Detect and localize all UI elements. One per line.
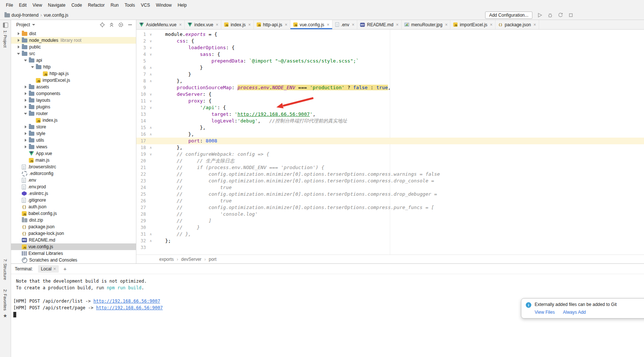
chevron-right-icon[interactable] [23, 124, 28, 130]
fold-marker-icon[interactable]: ∨ [146, 31, 156, 38]
gear-icon[interactable] [118, 22, 124, 28]
tree-item-views[interactable]: views [11, 144, 136, 150]
tree-item-readme-md[interactable]: README.md [11, 237, 136, 243]
menu-item-edit[interactable]: Edit [16, 1, 30, 9]
terminal-tab-local[interactable]: Local × [38, 265, 59, 273]
favorites-stripe-button[interactable]: 2: Favorites [3, 289, 7, 310]
fold-marker-icon[interactable]: ∨ [146, 104, 156, 111]
tree-item-env[interactable]: .env [11, 177, 136, 183]
tree-item-assets[interactable]: assets [11, 84, 136, 90]
tree-item-node-modules[interactable]: node_moduleslibrary root [11, 37, 136, 44]
chevron-right-icon[interactable] [23, 90, 28, 97]
breadcrumb-project[interactable]: duoji-frontend [11, 13, 38, 18]
tree-item-external-libraries[interactable]: External Libraries [11, 250, 136, 257]
menu-item-window[interactable]: Window [153, 1, 175, 9]
tab-index-vue[interactable]: index.vue× [185, 20, 221, 29]
terminal-link[interactable]: http://192.168.66.56:9007 [96, 305, 163, 310]
tree-item-api[interactable]: api [11, 57, 136, 64]
fold-marker-icon[interactable]: ∧ [146, 124, 156, 131]
menu-item-navigate[interactable]: Navigate [45, 1, 68, 9]
tree-item-gitignore[interactable]: .gitignore [11, 197, 136, 203]
tab-http-api-js[interactable]: http-api.js× [254, 20, 290, 29]
tree-item-http[interactable]: http [11, 64, 136, 70]
tab-menurouter-jpg[interactable]: menuRouter.jpg× [402, 20, 451, 29]
tab-index-js[interactable]: index.js× [221, 20, 254, 29]
fold-marker-icon[interactable]: ∨ [146, 91, 156, 98]
close-icon[interactable]: × [396, 22, 399, 27]
close-icon[interactable]: × [490, 22, 493, 27]
chevron-right-icon[interactable] [23, 97, 28, 104]
add-configuration-button[interactable]: Add Configuration... [485, 11, 532, 19]
fold-marker-icon[interactable]: ∧ [146, 131, 156, 138]
tree-item-package-lock-json[interactable]: package-lock.json [11, 230, 136, 237]
tree-item-eslintrc-js[interactable]: .eslintrc.js [11, 190, 136, 197]
menu-item-view[interactable]: View [30, 1, 45, 9]
fold-marker-icon[interactable]: ∨ [146, 44, 156, 51]
stop-icon[interactable] [568, 12, 574, 18]
tree-item-plugins[interactable]: plugins [11, 104, 136, 110]
tab-readme-md[interactable]: README.md× [357, 20, 401, 29]
chevron-down-icon[interactable] [23, 110, 28, 117]
locate-file-icon[interactable] [99, 22, 105, 28]
close-icon[interactable]: × [53, 266, 56, 272]
chevron-right-icon[interactable] [23, 130, 28, 137]
chevron-right-icon[interactable] [23, 84, 28, 90]
tree-item-auth-json[interactable]: auth.json [11, 203, 136, 210]
tree-item-app-vue[interactable]: App.vue [11, 150, 136, 157]
chevron-down-icon[interactable] [16, 50, 21, 57]
code-editor[interactable]: 1∨module.exports = {2∨ css: {3∨ loaderOp… [136, 30, 644, 255]
tab-vue-config-js[interactable]: vue.config.js× [290, 20, 333, 29]
tree-item-router[interactable]: router [11, 110, 136, 117]
menu-item-code[interactable]: Code [68, 1, 85, 9]
close-icon[interactable]: × [445, 22, 447, 27]
tree-item-editorconfig[interactable]: .editorconfig [11, 170, 136, 177]
chevron-down-icon[interactable] [32, 24, 35, 26]
chevron-right-icon[interactable] [16, 37, 21, 44]
fold-marker-icon[interactable]: ∧ [146, 238, 156, 244]
chevron-right-icon[interactable] [23, 104, 28, 110]
hide-panel-icon[interactable] [127, 22, 133, 28]
tree-item-utils[interactable]: utils [11, 137, 136, 144]
tab-importexcel-js[interactable]: importExcel.js× [450, 20, 495, 29]
close-icon[interactable]: × [179, 22, 182, 27]
tree-item-babel-config-js[interactable]: babel.config.js [11, 210, 136, 217]
tab-env[interactable]: .env× [333, 20, 358, 29]
menu-item-run[interactable]: Run [108, 1, 122, 9]
fold-marker-icon[interactable]: ∨ [146, 151, 156, 158]
breadcrumb-devserver[interactable]: devServer [181, 257, 201, 262]
tree-item-dist-zip[interactable]: dist.zip [11, 217, 136, 223]
tab-asidemenu-vue[interactable]: AsideMenu.vue× [136, 20, 185, 29]
tree-item-public[interactable]: public [11, 44, 136, 50]
close-icon[interactable]: × [285, 22, 287, 27]
fold-marker-icon[interactable]: ∧ [146, 64, 156, 71]
run-icon[interactable] [537, 12, 543, 18]
project-stripe-button[interactable]: 1: Project [3, 30, 7, 47]
fold-marker-icon[interactable]: ∧ [146, 144, 156, 151]
close-icon[interactable]: × [216, 22, 218, 27]
update-project-icon[interactable] [558, 12, 563, 18]
menu-item-refactor[interactable]: Refactor [85, 1, 108, 9]
chevron-down-icon[interactable] [30, 64, 35, 70]
tree-item-index-js[interactable]: index.js [11, 117, 136, 124]
collapse-all-icon[interactable] [109, 22, 115, 28]
chevron-right-icon[interactable] [16, 30, 21, 37]
close-icon[interactable]: × [352, 22, 354, 27]
fold-marker-icon[interactable]: ∧ [146, 231, 156, 238]
menu-item-help[interactable]: Help [175, 1, 190, 9]
fold-marker-icon[interactable]: ∧ [146, 71, 156, 78]
tree-item-store[interactable]: store [11, 124, 136, 130]
tree-item-dist[interactable]: dist [11, 30, 136, 37]
breadcrumb-exports[interactable]: exports [159, 257, 174, 262]
tree-item-package-json[interactable]: package.json [11, 223, 136, 230]
fold-marker-icon[interactable]: ∧ [146, 78, 156, 84]
menu-item-tools[interactable]: Tools [122, 1, 138, 9]
chevron-right-icon[interactable] [16, 44, 21, 50]
tree-item-style[interactable]: style [11, 130, 136, 137]
chevron-down-icon[interactable] [23, 57, 28, 64]
menu-item-vcs[interactable]: VCS [138, 1, 153, 9]
debug-icon[interactable] [547, 12, 553, 18]
fold-marker-icon[interactable]: ∨ [146, 51, 156, 58]
project-panel-title[interactable]: Project [16, 22, 30, 27]
fold-marker-icon[interactable]: ∨ [146, 98, 156, 104]
tree-item-main-js[interactable]: main.js [11, 157, 136, 164]
